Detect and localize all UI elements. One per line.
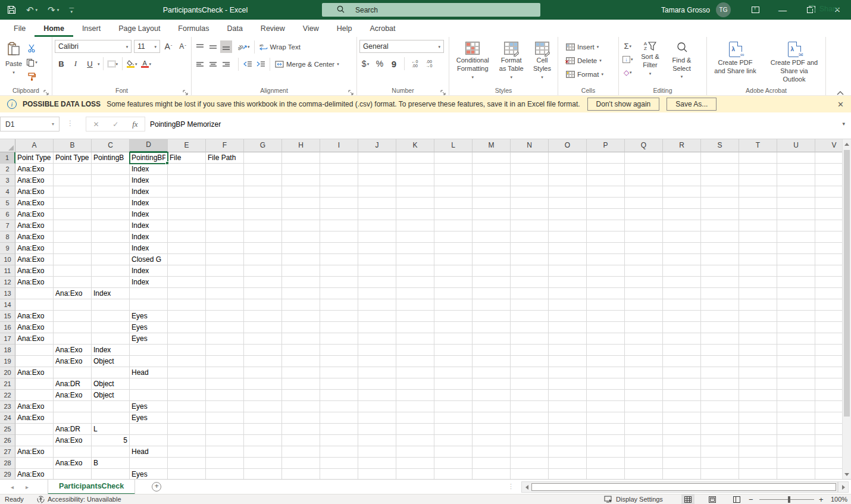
cell-T19[interactable]: [739, 356, 777, 367]
cell-J12[interactable]: [358, 277, 396, 288]
column-header-R[interactable]: R: [663, 139, 701, 152]
cell-K13[interactable]: [396, 288, 434, 299]
cell-A25[interactable]: [15, 424, 54, 435]
cell-F12[interactable]: [206, 277, 244, 288]
cell-A28[interactable]: [15, 458, 54, 469]
cell-E29[interactable]: [168, 469, 206, 479]
insert-cells-button[interactable]: Insert ▾: [564, 40, 616, 54]
column-header-S[interactable]: S: [701, 139, 739, 152]
cell-U17[interactable]: [777, 333, 815, 345]
cell-B10[interactable]: [54, 254, 92, 265]
cell-K18[interactable]: [396, 345, 434, 356]
cell-I25[interactable]: [320, 424, 358, 435]
cell-I23[interactable]: [320, 401, 358, 412]
cell-F17[interactable]: [206, 333, 244, 345]
cell-I11[interactable]: [320, 265, 358, 277]
cell-L21[interactable]: [434, 378, 473, 390]
cell-Q3[interactable]: [625, 175, 663, 186]
row-header-20[interactable]: 20: [0, 367, 15, 378]
cell-H29[interactable]: [282, 469, 320, 479]
cell-T6[interactable]: [739, 209, 777, 220]
cell-H12[interactable]: [282, 277, 320, 288]
cell-Q20[interactable]: [625, 367, 663, 378]
cell-H2[interactable]: [282, 164, 320, 175]
cell-M6[interactable]: [473, 209, 511, 220]
cell-C8[interactable]: [92, 231, 130, 243]
horizontal-scrollbar-thumb[interactable]: [531, 483, 836, 491]
cell-U5[interactable]: [777, 198, 815, 209]
cell-M19[interactable]: [473, 356, 511, 367]
cell-S22[interactable]: [701, 390, 739, 401]
cell-S8[interactable]: [701, 231, 739, 243]
cell-H6[interactable]: [282, 209, 320, 220]
cell-V24[interactable]: [815, 412, 842, 424]
cell-F24[interactable]: [206, 412, 244, 424]
cell-S10[interactable]: [701, 254, 739, 265]
sort-filter-button[interactable]: AZ Sort & Filter ▾: [634, 40, 667, 84]
cell-P19[interactable]: [587, 356, 625, 367]
italic-button[interactable]: I: [69, 58, 82, 70]
cell-V10[interactable]: [815, 254, 842, 265]
cell-O8[interactable]: [549, 231, 587, 243]
cell-J28[interactable]: [358, 458, 396, 469]
cell-P6[interactable]: [587, 209, 625, 220]
cell-P26[interactable]: [587, 435, 625, 446]
column-header-U[interactable]: U: [777, 139, 815, 152]
cell-C22[interactable]: Object: [92, 390, 130, 401]
cell-J7[interactable]: [358, 220, 396, 231]
cell-B19[interactable]: Ana:Exo: [54, 356, 92, 367]
cell-R6[interactable]: [663, 209, 701, 220]
row-header-10[interactable]: 10: [0, 254, 15, 265]
cell-I5[interactable]: [320, 198, 358, 209]
cell-C19[interactable]: Object: [92, 356, 130, 367]
cell-D4[interactable]: Index: [130, 186, 168, 198]
cell-N29[interactable]: [511, 469, 549, 479]
cell-T10[interactable]: [739, 254, 777, 265]
cell-V6[interactable]: [815, 209, 842, 220]
status-mode[interactable]: Ready: [5, 494, 24, 504]
cell-V12[interactable]: [815, 277, 842, 288]
cell-T27[interactable]: [739, 446, 777, 458]
fill-button[interactable]: ↓▾: [621, 53, 634, 65]
vertical-scrollbar[interactable]: [842, 139, 851, 479]
cell-G9[interactable]: [244, 243, 282, 254]
cell-H11[interactable]: [282, 265, 320, 277]
name-box[interactable]: D1 ▾: [0, 117, 60, 132]
cell-T21[interactable]: [739, 378, 777, 390]
cell-N21[interactable]: [511, 378, 549, 390]
cell-H24[interactable]: [282, 412, 320, 424]
cell-G19[interactable]: [244, 356, 282, 367]
cell-Q9[interactable]: [625, 243, 663, 254]
cell-G18[interactable]: [244, 345, 282, 356]
row-header-12[interactable]: 12: [0, 277, 15, 288]
column-header-F[interactable]: F: [206, 139, 244, 152]
cell-O9[interactable]: [549, 243, 587, 254]
cell-N1[interactable]: [511, 152, 549, 164]
cell-E12[interactable]: [168, 277, 206, 288]
cell-K14[interactable]: [396, 299, 434, 311]
cell-H20[interactable]: [282, 367, 320, 378]
row-header-25[interactable]: 25: [0, 424, 15, 435]
cell-N7[interactable]: [511, 220, 549, 231]
cell-B23[interactable]: [54, 401, 92, 412]
cell-O25[interactable]: [549, 424, 587, 435]
cell-I4[interactable]: [320, 186, 358, 198]
cell-G26[interactable]: [244, 435, 282, 446]
cell-O11[interactable]: [549, 265, 587, 277]
cell-A17[interactable]: Ana:Exo: [15, 333, 54, 345]
row-header-4[interactable]: 4: [0, 186, 15, 198]
cell-B15[interactable]: [54, 311, 92, 322]
cell-N26[interactable]: [511, 435, 549, 446]
cell-U10[interactable]: [777, 254, 815, 265]
cell-G23[interactable]: [244, 401, 282, 412]
cell-P8[interactable]: [587, 231, 625, 243]
paste-caret-icon[interactable]: ▾: [12, 70, 15, 74]
cell-B25[interactable]: Ana:DR: [54, 424, 92, 435]
cell-V25[interactable]: [815, 424, 842, 435]
cell-I7[interactable]: [320, 220, 358, 231]
cell-T23[interactable]: [739, 401, 777, 412]
cell-A10[interactable]: Ana:Exo: [15, 254, 54, 265]
cell-R21[interactable]: [663, 378, 701, 390]
cell-I26[interactable]: [320, 435, 358, 446]
cell-N4[interactable]: [511, 186, 549, 198]
